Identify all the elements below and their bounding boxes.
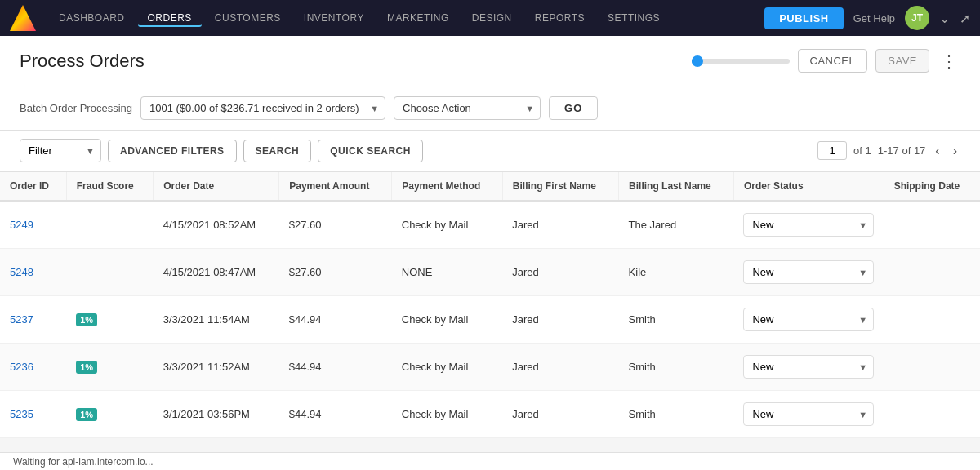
- cell-order-date: 3/3/2021 11:52AM: [154, 344, 279, 391]
- order-status-select-wrap: New ▼: [743, 355, 874, 379]
- cell-billing-last: Smith: [619, 344, 734, 391]
- cell-billing-first: Jared: [502, 296, 618, 344]
- page-input[interactable]: [817, 141, 847, 160]
- quick-search-button[interactable]: QUICK SEARCH: [318, 140, 423, 162]
- publish-button[interactable]: PUBLISH: [764, 7, 844, 29]
- cell-payment-method: Check by Mail: [392, 344, 503, 391]
- pagination: of 1 1-17 of 17 ‹ ›: [817, 141, 960, 160]
- col-billing-first: Billing First Name: [502, 172, 618, 201]
- filter-select-wrap: Filter ▼: [20, 139, 101, 162]
- nav-customers[interactable]: CUSTOMERS: [205, 9, 291, 27]
- col-order-id: Order ID: [0, 172, 66, 201]
- col-payment-amount: Payment Amount: [279, 172, 392, 201]
- top-navigation: DASHBOARD ORDERS CUSTOMERS INVENTORY MAR…: [0, 0, 980, 36]
- filter-select[interactable]: Filter: [20, 139, 101, 162]
- chevron-down-icon[interactable]: ⌄: [939, 11, 950, 26]
- order-status-select[interactable]: New: [743, 308, 874, 331]
- order-id-link[interactable]: 5237: [10, 313, 33, 326]
- page-header: Process Orders CANCEL SAVE ⋮: [0, 36, 980, 86]
- cell-order-status: New ▼: [733, 344, 884, 391]
- order-id-link[interactable]: 5248: [10, 266, 33, 278]
- cell-order-status: New ▼: [733, 296, 884, 344]
- col-order-status: Order Status: [733, 172, 884, 201]
- cell-order-date: 4/15/2021 08:47AM: [154, 249, 279, 296]
- cell-shipping-date: [884, 201, 980, 249]
- next-page-button[interactable]: ›: [950, 142, 960, 160]
- page-title: Process Orders: [20, 51, 692, 72]
- orders-table-wrap: Order ID Fraud Score Order Date Payment …: [0, 172, 980, 438]
- cell-fraud-score: 1%: [66, 296, 153, 344]
- nav-design[interactable]: DESIGN: [462, 9, 522, 27]
- nav-settings[interactable]: SETTINGS: [598, 9, 670, 27]
- go-button[interactable]: GO: [549, 96, 598, 120]
- advanced-filters-button[interactable]: ADVANCED FILTERS: [108, 140, 237, 162]
- cell-shipping-date: [884, 249, 980, 296]
- search-button[interactable]: SEARCH: [243, 140, 312, 162]
- cell-order-id: 5248: [0, 249, 66, 296]
- cell-order-date: 4/15/2021 08:52AM: [154, 201, 279, 249]
- app-logo[interactable]: [10, 5, 36, 31]
- order-status-select[interactable]: New: [743, 402, 874, 426]
- cell-fraud-score: 1%: [66, 391, 153, 438]
- get-help-link[interactable]: Get Help: [853, 12, 895, 24]
- order-status-select[interactable]: New: [743, 260, 874, 284]
- order-status-select[interactable]: New: [743, 213, 874, 237]
- nav-dashboard[interactable]: DASHBOARD: [49, 9, 135, 27]
- order-status-select[interactable]: New: [743, 355, 874, 379]
- more-options-icon[interactable]: ⋮: [938, 51, 960, 71]
- cell-shipping-date: [884, 344, 980, 391]
- nav-reports[interactable]: REPORTS: [525, 9, 595, 27]
- order-status-select-wrap: New ▼: [743, 213, 874, 237]
- cell-fraud-score: [66, 201, 153, 249]
- fraud-badge: 1%: [76, 408, 97, 421]
- orders-table: Order ID Fraud Score Order Date Payment …: [0, 172, 980, 438]
- table-row: 5248 4/15/2021 08:47AM $27.60 NONE Jared…: [0, 249, 980, 296]
- order-id-link[interactable]: 5249: [10, 219, 33, 231]
- table-row: 5237 1% 3/3/2021 11:54AM $44.94 Check by…: [0, 296, 980, 344]
- cell-order-date: 3/3/2021 11:54AM: [154, 296, 279, 344]
- table-row: 5235 1% 3/1/2021 03:56PM $44.94 Check by…: [0, 391, 980, 438]
- page-range-label: 1-17 of 17: [878, 144, 926, 157]
- cell-shipping-date: [884, 391, 980, 438]
- avatar[interactable]: JT: [905, 6, 929, 30]
- cell-order-id: 5236: [0, 344, 66, 391]
- action-select-wrap: Choose Action ▼: [394, 96, 541, 120]
- col-payment-method: Payment Method: [392, 172, 503, 201]
- cell-order-id: 5237: [0, 296, 66, 344]
- fraud-badge: 1%: [76, 361, 97, 374]
- nav-marketing[interactable]: MARKETING: [377, 9, 459, 27]
- order-id-link[interactable]: 5236: [10, 361, 33, 373]
- cell-billing-last: The Jared: [619, 201, 734, 249]
- action-select[interactable]: Choose Action: [394, 96, 541, 120]
- cancel-button[interactable]: CANCEL: [798, 49, 868, 73]
- prev-page-button[interactable]: ‹: [932, 142, 942, 160]
- nav-orders[interactable]: ORDERS: [138, 9, 202, 27]
- cell-order-id: 5249: [0, 201, 66, 249]
- cell-billing-first: Jared: [502, 344, 618, 391]
- cell-payment-method: Check by Mail: [392, 296, 503, 344]
- cell-payment-amount: $27.60: [279, 249, 392, 296]
- col-shipping-date: Shipping Date: [884, 172, 980, 201]
- cell-payment-method: NONE: [392, 249, 503, 296]
- progress-dot: [692, 55, 703, 67]
- cell-order-status: New ▼: [733, 391, 884, 438]
- cell-order-status: New ▼: [733, 201, 884, 249]
- nav-right-section: PUBLISH Get Help JT ⌄ ➚: [764, 6, 970, 30]
- col-fraud-score: Fraud Score: [66, 172, 153, 201]
- cell-payment-method: Check by Mail: [392, 391, 503, 438]
- nav-inventory[interactable]: INVENTORY: [294, 9, 374, 27]
- batch-select[interactable]: 1001 ($0.00 of $236.71 received in 2 ord…: [140, 96, 385, 120]
- save-button[interactable]: SAVE: [875, 49, 929, 73]
- cell-payment-amount: $44.94: [279, 344, 392, 391]
- table-row: 5236 1% 3/3/2021 11:52AM $44.94 Check by…: [0, 344, 980, 391]
- filter-row: Filter ▼ ADVANCED FILTERS SEARCH QUICK S…: [0, 131, 980, 172]
- cell-billing-last: Smith: [619, 296, 734, 344]
- order-status-select-wrap: New ▼: [743, 402, 874, 426]
- external-link-icon[interactable]: ➚: [960, 11, 970, 26]
- batch-label: Batch Order Processing: [20, 102, 132, 114]
- progress-track: [692, 59, 790, 64]
- cell-shipping-date: [884, 296, 980, 344]
- cell-payment-amount: $27.60: [279, 201, 392, 249]
- order-id-link[interactable]: 5235: [10, 408, 33, 420]
- cell-order-date: 3/1/2021 03:56PM: [154, 391, 279, 438]
